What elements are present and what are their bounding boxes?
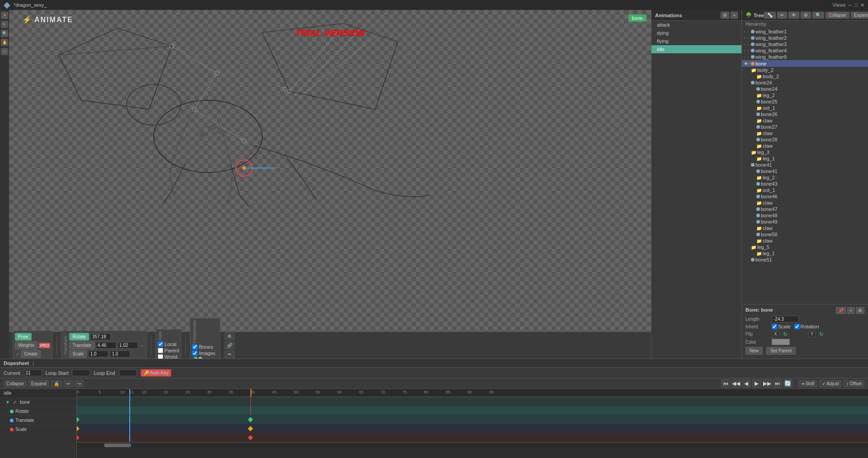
images-checkbox[interactable] xyxy=(192,351,198,356)
prev-frame-btn[interactable]: ◀ xyxy=(742,379,751,388)
bone-props-pin[interactable]: 📌 xyxy=(836,307,846,314)
tree-item-bone51[interactable]: bone51 xyxy=(742,257,868,263)
loop-start-input[interactable] xyxy=(72,369,90,376)
pose-button[interactable]: Pose xyxy=(15,333,32,341)
translate-timeline-track[interactable] xyxy=(77,424,868,433)
scale-timeline-track[interactable] xyxy=(77,433,868,442)
tree-item-leg5[interactable]: 📁 leg_5 xyxy=(742,244,868,250)
collapse-btn[interactable]: Collapse xyxy=(4,380,27,387)
tree-item-bone24-inner[interactable]: bone24 xyxy=(742,86,868,92)
scale-y[interactable] xyxy=(110,351,130,357)
bone-track-label[interactable]: ▼ ✓ bone xyxy=(0,398,76,407)
options-icon3[interactable]: ✏ xyxy=(225,351,235,358)
scale-track-label[interactable]: Scale xyxy=(0,425,76,434)
tree-item-leg1b[interactable]: 📁 leg_1 xyxy=(742,250,868,257)
tree-item-bone49[interactable]: bone49 xyxy=(742,219,868,225)
timeline-scrollbar[interactable] xyxy=(77,442,868,448)
prev-key-btn[interactable]: ◀◀ xyxy=(731,379,741,388)
tree-item-leg2b[interactable]: 📁 leg_2 xyxy=(742,174,868,181)
tree-edit-btn[interactable]: ✏ xyxy=(777,12,787,19)
animate-icon[interactable]: 🏃 xyxy=(1,12,8,19)
rotate-value[interactable] xyxy=(90,333,111,340)
anim-item-attack[interactable]: attack xyxy=(651,21,741,29)
tree-item-bone47[interactable]: bone47 xyxy=(742,206,868,212)
skip-start-btn[interactable]: ⏮ xyxy=(721,379,730,388)
bone-props-add[interactable]: + xyxy=(847,307,854,314)
set-parent-button[interactable]: Set Parent xyxy=(766,347,796,355)
anim-item-flying[interactable]: flying xyxy=(651,37,741,45)
bones-checkbox[interactable] xyxy=(192,344,198,350)
tree-item-bone48[interactable]: bone48 xyxy=(742,212,868,219)
parent-checkbox[interactable] xyxy=(158,348,163,353)
tree-item-claw4[interactable]: 📁 claw xyxy=(742,200,868,206)
scale-x[interactable] xyxy=(88,351,108,357)
tree-item-wing-feather1[interactable]: · · wing_feather1 xyxy=(742,28,868,35)
tree-item-bone41[interactable]: bone41 xyxy=(742,162,868,168)
tree-item-claw5[interactable]: 📁 claw xyxy=(742,225,868,231)
tree-item-bone46[interactable]: bone46 xyxy=(742,193,868,200)
tree-item-claw1[interactable]: 📁 claw xyxy=(742,117,868,124)
tree-item-leg3[interactable]: 📁 leg_3 xyxy=(742,149,868,155)
redo-btn[interactable]: ↪ xyxy=(75,380,84,387)
color-swatch[interactable] xyxy=(772,339,790,345)
tree-item-body2-folder[interactable]: 📁 body_2 xyxy=(742,67,868,73)
misc-tool[interactable]: □ xyxy=(1,48,8,55)
tree-item-leg2[interactable]: 📁 leg_2 xyxy=(742,92,868,98)
tree-item-bone26[interactable]: bone26 xyxy=(742,111,868,117)
expand-btn[interactable]: Expand xyxy=(28,380,49,387)
tree-bone-btn[interactable]: 🦴 xyxy=(764,12,776,19)
tree-item-bone50[interactable]: bone50 xyxy=(742,231,868,238)
select-tool[interactable]: ↖ xyxy=(1,21,8,28)
current-frame-input[interactable] xyxy=(24,369,42,376)
tree-item-bone[interactable]: ★ ✓ bone xyxy=(742,60,868,67)
tree-item-claw3[interactable]: 📁 claw xyxy=(742,143,868,149)
tree-item-bone24[interactable]: bone24 xyxy=(742,79,868,86)
rotation-checkbox[interactable] xyxy=(794,324,800,329)
tree-item-bone41-inner[interactable]: bone41 xyxy=(742,168,868,174)
next-frame-btn[interactable]: ▶▶ xyxy=(763,379,772,388)
tree-item-claw6[interactable]: 📁 claw xyxy=(742,238,868,244)
tree-item-bone25[interactable]: bone25 xyxy=(742,98,868,105)
rotate-timeline-track[interactable] xyxy=(77,415,868,424)
new-button[interactable]: New xyxy=(745,347,763,355)
translate-y[interactable] xyxy=(118,342,138,349)
bone-props-settings[interactable]: ⚙ xyxy=(856,307,864,314)
bone-timeline-track[interactable] xyxy=(77,406,868,415)
tree-search-btn[interactable]: 🔍 xyxy=(812,12,824,19)
tree-item-claw2[interactable]: 📁 claw xyxy=(742,130,868,136)
flip-y-button[interactable]: Y xyxy=(808,331,816,337)
lock-btn[interactable]: 🔒 xyxy=(51,380,62,387)
idle-timeline-track[interactable] xyxy=(77,397,868,406)
pan-tool[interactable]: ✋ xyxy=(1,39,8,46)
flip-icon[interactable]: ↔ xyxy=(139,342,145,349)
auto-key-button[interactable]: 🔑 Auto Key xyxy=(141,369,172,377)
create-button[interactable]: Create xyxy=(21,350,41,358)
tree-eye-btn[interactable]: 👁 xyxy=(788,12,799,19)
flip-x-button[interactable]: X xyxy=(772,331,779,337)
tree-item-body2-inner[interactable]: 📁 body_2 xyxy=(742,73,868,79)
shift-button[interactable]: ⇥ Shift xyxy=(798,380,817,387)
scale-checkbox[interactable] xyxy=(772,324,777,329)
translate-button[interactable]: Translate xyxy=(69,341,94,349)
skip-end-btn[interactable]: ⏭ xyxy=(773,379,782,388)
animations-add[interactable]: + xyxy=(731,12,738,19)
weights-button[interactable]: Weights xyxy=(15,341,38,349)
canvas-area[interactable]: ⚡ ANIMATE TRIAL VERSION bone xyxy=(9,10,651,359)
scroll-thumb[interactable] xyxy=(104,444,131,447)
world-checkbox[interactable] xyxy=(158,354,163,359)
loop-end-input[interactable] xyxy=(119,369,137,376)
zoom-tool[interactable]: 🔍 xyxy=(1,30,8,37)
tree-settings-btn[interactable]: ⚙ xyxy=(801,12,811,19)
tree-item-leg1[interactable]: 📁 leg_1 xyxy=(742,155,868,162)
scale-button[interactable]: Scale xyxy=(69,350,87,358)
tree-item-bone43[interactable]: bone43 xyxy=(742,181,868,187)
tree-item-wing-feather2[interactable]: · · wing_feather2 xyxy=(742,35,868,41)
adjust-button[interactable]: ✓ Adjust xyxy=(819,380,842,387)
translate-track-label[interactable]: Translate xyxy=(0,416,76,425)
minimize-button[interactable]: ─ xyxy=(849,2,852,8)
tree-item-wing-feather9[interactable]: · · wing_feather9 xyxy=(742,54,868,60)
maximize-button[interactable]: □ xyxy=(854,2,858,8)
anim-item-dying[interactable]: dying xyxy=(651,29,741,37)
tree-item-oot1[interactable]: 📁 oot_1 xyxy=(742,105,868,111)
tree-item-oot1b[interactable]: 📁 oot_1 xyxy=(742,187,868,193)
